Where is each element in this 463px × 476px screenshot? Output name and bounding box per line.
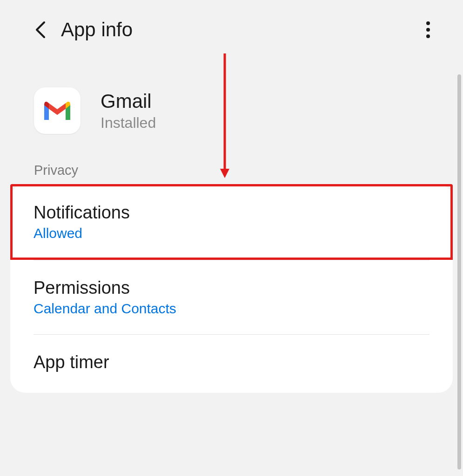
notifications-setting[interactable]: Notifications Allowed (10, 184, 453, 260)
app-name: Gmail (101, 90, 156, 112)
gmail-app-icon[interactable] (34, 87, 81, 134)
svg-point-2 (426, 34, 430, 38)
permissions-setting[interactable]: Permissions Calendar and Contacts (10, 260, 453, 334)
app-install-status: Installed (101, 114, 156, 132)
privacy-settings-card: Notifications Allowed Permissions Calend… (10, 184, 453, 393)
page-title: App info (61, 19, 133, 41)
more-options-icon[interactable] (416, 20, 435, 39)
header-left: App info (35, 19, 133, 41)
app-timer-title: App timer (34, 352, 429, 372)
app-timer-setting[interactable]: App timer (10, 335, 453, 393)
scrollbar-indicator[interactable] (457, 74, 461, 469)
permissions-subtitle: Calendar and Contacts (34, 301, 429, 317)
back-icon[interactable] (35, 20, 46, 39)
header-bar: App info (0, 0, 463, 55)
app-header-section: Gmail Installed (0, 55, 463, 152)
svg-point-0 (426, 21, 430, 25)
notifications-title: Notifications (34, 203, 429, 223)
svg-point-1 (426, 28, 430, 32)
notifications-subtitle: Allowed (34, 225, 429, 241)
app-details: Gmail Installed (101, 90, 156, 132)
permissions-title: Permissions (34, 278, 429, 298)
privacy-section-label: Privacy (0, 152, 463, 185)
